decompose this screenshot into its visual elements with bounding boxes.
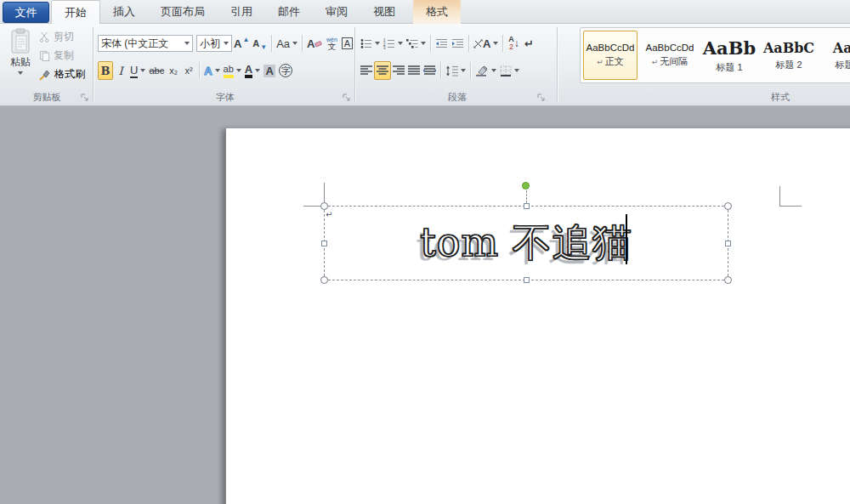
group-separator [93, 27, 94, 102]
paragraph-mark-icon: ↵ [597, 58, 604, 66]
character-shading-button[interactable]: A [262, 61, 277, 80]
cut-button[interactable]: 剪切 [39, 29, 74, 45]
highlight-glyph: ab [224, 64, 234, 78]
decrease-indent-button[interactable] [434, 34, 450, 53]
style-name-text: 标题 1 [716, 61, 742, 74]
multilevel-list-button[interactable] [405, 34, 428, 53]
justify-button[interactable] [406, 61, 422, 80]
distribute-icon [423, 65, 436, 76]
font-group-label: 字体 [95, 91, 355, 104]
paint-bucket-icon [475, 65, 489, 76]
wordart-textbox[interactable]: ↵ tom 不追猫 [324, 206, 728, 280]
bullets-button[interactable] [359, 34, 382, 53]
divider [430, 35, 431, 52]
asian-layout-button[interactable]: A [472, 34, 500, 53]
show-marks-button[interactable]: ↵ [521, 34, 536, 53]
character-border-button[interactable]: A [339, 34, 354, 53]
subscript-button[interactable]: x₂ [166, 61, 181, 80]
underline-dropdown-arrow [140, 69, 145, 72]
paste-button[interactable]: 粘贴 [4, 28, 37, 91]
distribute-button[interactable] [422, 61, 438, 80]
document-canvas: ↵ tom 不追猫 [0, 106, 850, 504]
font-name-combobox[interactable]: 宋体 (中文正文 [98, 35, 193, 52]
bold-button[interactable]: B [98, 61, 113, 80]
strikethrough-glyph: abc [149, 65, 164, 76]
font-dialog-launcher-icon[interactable] [343, 93, 351, 102]
underline-button[interactable]: U [128, 61, 147, 80]
margin-mark-top-right-h [779, 206, 802, 207]
italic-button[interactable]: I [113, 61, 128, 80]
shrink-font-button[interactable]: A▼ [251, 34, 269, 53]
decrease-indent-icon [435, 38, 448, 49]
text-cursor [626, 214, 627, 264]
font-color-button[interactable]: A [243, 61, 262, 80]
tab-format-contextual[interactable]: 格式 [413, 0, 461, 24]
text-effects-glyph: A [204, 65, 212, 77]
tab-review[interactable]: 审阅 [313, 0, 360, 24]
clipboard-dialog-launcher-icon[interactable] [81, 93, 89, 102]
align-right-button[interactable] [391, 61, 406, 80]
text-effects-button[interactable]: A [202, 61, 221, 80]
svg-text:3: 3 [383, 46, 386, 49]
style-item-heading2[interactable]: AaBbC 标题 2 [762, 31, 816, 80]
paragraph-mark-glyph: ↵ [524, 37, 534, 50]
strikethrough-button[interactable]: abc [147, 61, 166, 80]
superscript-glyph: x² [185, 65, 193, 76]
group-separator [354, 27, 355, 102]
align-left-button[interactable] [359, 61, 374, 80]
numbering-button[interactable]: 1 2 3 [382, 34, 405, 53]
superscript-button[interactable]: x² [181, 61, 196, 80]
tab-insert[interactable]: 插入 [100, 0, 148, 24]
divider [199, 62, 200, 79]
shading-button[interactable] [473, 61, 498, 80]
font-color-dropdown-arrow [255, 69, 260, 72]
style-name-text: 无间隔 [660, 56, 688, 66]
style-item-heading1[interactable]: AaBb 标题 1 [702, 31, 756, 80]
align-right-icon [393, 65, 405, 76]
borders-button[interactable] [498, 61, 521, 80]
grow-font-button[interactable]: A▲ [232, 34, 251, 53]
eraser-icon [314, 40, 322, 48]
tab-page-layout[interactable]: 页面布局 [148, 0, 218, 24]
enclose-characters-button[interactable]: 字 [277, 61, 294, 80]
style-item-normal[interactable]: AaBbCcDd ↵正文 [583, 31, 638, 80]
text-highlight-button[interactable]: ab [222, 61, 243, 80]
character-shading-glyph: A [264, 65, 275, 77]
line-spacing-button[interactable] [444, 61, 468, 80]
style-name-text: 正文 [605, 56, 624, 66]
clear-formatting-button[interactable]: A [305, 34, 324, 53]
font-size-combobox[interactable]: 小初 [196, 35, 232, 52]
style-name-text: 标题 2 [775, 59, 802, 71]
tab-view[interactable]: 视图 [360, 0, 408, 24]
format-painter-button[interactable]: 格式刷 [39, 66, 85, 82]
numbering-dropdown-arrow [398, 42, 403, 45]
tab-references[interactable]: 引用 [218, 0, 265, 24]
justify-icon [408, 65, 420, 76]
style-item-no-spacing[interactable]: AaBbCcDd ↵无间隔 [643, 31, 697, 80]
enclose-characters-glyph: 字 [279, 64, 292, 77]
tab-home[interactable]: 开始 [51, 0, 100, 24]
copy-button[interactable]: 复制 [39, 48, 74, 64]
style-item-heading3[interactable]: AaB 标题 3 [821, 31, 850, 80]
paragraph-dialog-launcher-icon[interactable] [537, 93, 546, 102]
wordart-text[interactable]: tom 不追猫 [325, 207, 728, 280]
sort-bottom-glyph: 2 [509, 43, 513, 51]
change-case-button[interactable]: Aa [275, 34, 299, 53]
group-paragraph: 1 2 3 [357, 24, 558, 105]
tab-mailings[interactable]: 邮件 [265, 0, 313, 24]
phonetic-guide-button[interactable]: wén 文 [324, 34, 339, 53]
divider [470, 62, 471, 79]
up-arrow-icon: ▲ [242, 36, 249, 43]
italic-glyph: I [118, 65, 122, 77]
increase-indent-button[interactable] [450, 34, 466, 53]
shrink-font-glyph: A [252, 38, 259, 48]
sort-button[interactable]: A 2 ↓ [506, 34, 521, 53]
multilevel-list-icon [406, 38, 418, 49]
tab-file[interactable]: 文件 [3, 2, 49, 23]
document-page[interactable] [225, 127, 850, 504]
multilevel-dropdown-arrow [421, 42, 426, 45]
rotation-handle[interactable] [522, 182, 530, 190]
align-center-button[interactable] [374, 61, 391, 80]
margin-mark-top-right-v [779, 186, 780, 206]
line-spacing-icon [445, 65, 458, 76]
